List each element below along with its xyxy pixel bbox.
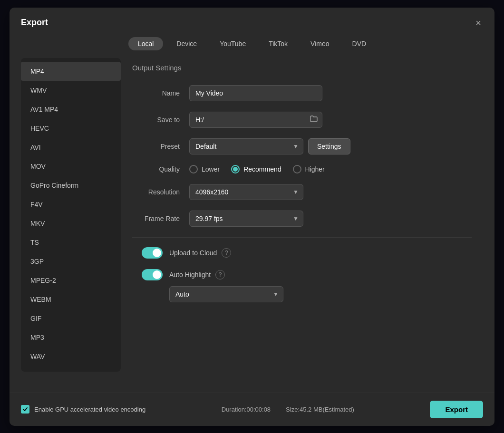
tab-youtube[interactable]: YouTube bbox=[210, 37, 255, 50]
dialog-footer: Enable GPU accelerated video encoding Du… bbox=[10, 393, 494, 426]
dialog-body: MP4 WMV AV1 MP4 HEVC AVI MOV GoPro Cinef… bbox=[10, 58, 494, 393]
preset-label: Preset bbox=[132, 143, 180, 150]
upload-cloud-knob bbox=[153, 249, 161, 257]
footer-left: Enable GPU accelerated video encoding bbox=[21, 405, 145, 414]
format-mp3[interactable]: MP3 bbox=[21, 328, 121, 347]
save-to-label: Save to bbox=[132, 116, 180, 124]
tab-local[interactable]: Local bbox=[128, 37, 163, 50]
format-wav[interactable]: WAV bbox=[21, 347, 121, 366]
auto-highlight-toggle[interactable] bbox=[142, 269, 163, 280]
resolution-row: Resolution 4096x2160 1920x1080 1280x720 … bbox=[132, 184, 472, 200]
frame-rate-select-wrap: 29.97 fps 25 fps 24 fps 60 fps ▼ bbox=[189, 211, 303, 227]
format-ts[interactable]: TS bbox=[21, 233, 121, 252]
quality-label: Quality bbox=[132, 165, 180, 173]
export-dialog: Export × Local Device YouTube TikTok Vim… bbox=[10, 8, 494, 426]
name-row: Name bbox=[132, 85, 472, 101]
format-gopro[interactable]: GoPro Cineform bbox=[21, 176, 121, 195]
format-hevc[interactable]: HEVC bbox=[21, 119, 121, 138]
gpu-label: Enable GPU accelerated video encoding bbox=[34, 406, 145, 413]
format-f4v[interactable]: F4V bbox=[21, 195, 121, 214]
footer-center: Duration:00:00:08 Size:45.2 MB(Estimated… bbox=[222, 406, 354, 413]
quality-higher-radio[interactable] bbox=[293, 165, 301, 173]
output-settings-title: Output Settings bbox=[132, 64, 472, 72]
format-gif[interactable]: GIF bbox=[21, 309, 121, 328]
format-3gp[interactable]: 3GP bbox=[21, 252, 121, 271]
size-label: Size:45.2 MB(Estimated) bbox=[286, 406, 354, 413]
settings-panel: Output Settings Name Save to bbox=[121, 58, 483, 393]
auto-highlight-knob bbox=[153, 270, 161, 279]
dialog-title: Export bbox=[21, 18, 48, 28]
format-mkv[interactable]: MKV bbox=[21, 214, 121, 233]
quality-row: Quality Lower Recommend Higher bbox=[132, 165, 472, 173]
quality-recommend-option[interactable]: Recommend bbox=[231, 165, 281, 173]
auto-highlight-help-icon[interactable]: ? bbox=[215, 270, 225, 279]
quality-higher-label: Higher bbox=[305, 165, 325, 173]
gpu-checkbox[interactable] bbox=[21, 405, 29, 414]
format-mov[interactable]: MOV bbox=[21, 157, 121, 176]
name-label: Name bbox=[132, 89, 180, 97]
upload-cloud-row: Upload to Cloud ? bbox=[132, 247, 472, 259]
format-av1mp4[interactable]: AV1 MP4 bbox=[21, 100, 121, 119]
format-webm[interactable]: WEBM bbox=[21, 290, 121, 309]
auto-select[interactable]: Auto Manual bbox=[169, 286, 283, 302]
save-to-row: Save to bbox=[132, 112, 472, 128]
export-button[interactable]: Export bbox=[430, 401, 483, 418]
format-wmv[interactable]: WMV bbox=[21, 81, 121, 100]
dialog-header: Export × bbox=[10, 8, 494, 29]
resolution-label: Resolution bbox=[132, 188, 180, 196]
close-button[interactable]: × bbox=[474, 16, 483, 29]
frame-rate-select[interactable]: 29.97 fps 25 fps 24 fps 60 fps bbox=[189, 211, 303, 227]
upload-cloud-toggle[interactable] bbox=[142, 247, 163, 259]
name-input[interactable] bbox=[189, 85, 322, 101]
resolution-select[interactable]: 4096x2160 1920x1080 1280x720 bbox=[189, 184, 303, 200]
tab-bar: Local Device YouTube TikTok Vimeo DVD bbox=[10, 29, 494, 58]
divider bbox=[132, 237, 472, 238]
auto-highlight-row: Auto Highlight ? bbox=[132, 269, 472, 280]
format-mpeg2[interactable]: MPEG-2 bbox=[21, 271, 121, 290]
format-avi[interactable]: AVI bbox=[21, 138, 121, 157]
tab-tiktok[interactable]: TikTok bbox=[259, 37, 297, 50]
upload-cloud-label: Upload to Cloud bbox=[169, 249, 217, 257]
format-mp4[interactable]: MP4 bbox=[21, 62, 121, 81]
tab-device[interactable]: Device bbox=[167, 37, 206, 50]
format-list: MP4 WMV AV1 MP4 HEVC AVI MOV GoPro Cinef… bbox=[21, 58, 121, 372]
resolution-select-wrap: 4096x2160 1920x1080 1280x720 ▼ bbox=[189, 184, 303, 200]
tab-vimeo[interactable]: Vimeo bbox=[301, 37, 339, 50]
preset-select[interactable]: Default Custom bbox=[189, 138, 303, 154]
folder-icon[interactable] bbox=[310, 115, 318, 124]
path-input[interactable] bbox=[189, 112, 322, 128]
frame-rate-label: Frame Rate bbox=[132, 215, 180, 222]
frame-rate-row: Frame Rate 29.97 fps 25 fps 24 fps 60 fp… bbox=[132, 211, 472, 227]
auto-highlight-label: Auto Highlight bbox=[169, 271, 211, 279]
auto-select-wrap: Auto Manual ▼ bbox=[169, 286, 472, 302]
settings-button[interactable]: Settings bbox=[308, 138, 350, 154]
quality-recommend-label: Recommend bbox=[243, 165, 281, 173]
quality-radio-group: Lower Recommend Higher bbox=[189, 165, 325, 173]
quality-recommend-radio[interactable] bbox=[231, 165, 240, 173]
duration-label: Duration:00:00:08 bbox=[222, 406, 271, 413]
quality-higher-option[interactable]: Higher bbox=[293, 165, 325, 173]
auto-select-field-wrap: Auto Manual ▼ bbox=[169, 286, 283, 302]
quality-lower-label: Lower bbox=[202, 165, 220, 173]
preset-row: Preset Default Custom ▼ Settings bbox=[132, 138, 472, 154]
preset-select-wrap: Default Custom ▼ bbox=[189, 138, 303, 154]
quality-lower-option[interactable]: Lower bbox=[189, 165, 220, 173]
upload-cloud-help-icon[interactable]: ? bbox=[222, 248, 231, 258]
path-input-wrap bbox=[189, 112, 322, 128]
tab-dvd[interactable]: DVD bbox=[343, 37, 376, 50]
quality-lower-radio[interactable] bbox=[189, 165, 198, 173]
